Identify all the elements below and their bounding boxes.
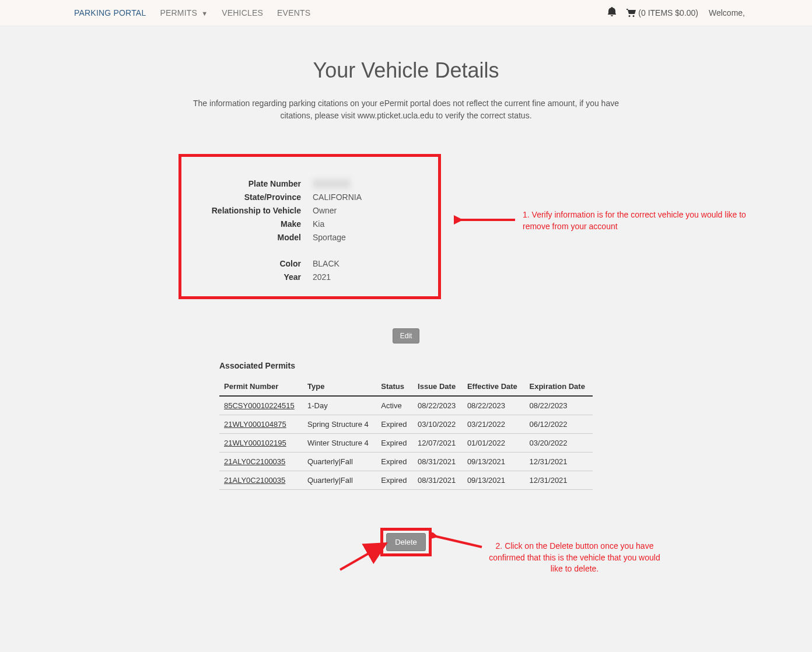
arrow-left-icon [454, 214, 518, 226]
cart-icon [626, 9, 636, 17]
permits-section: Associated Permits Permit Number Type St… [219, 361, 593, 490]
value-color: BLACK [307, 259, 340, 268]
table-row: 21WLY000104875Spring Structure 4Expired0… [219, 415, 593, 434]
th-permit-number: Permit Number [219, 378, 303, 396]
vehicle-details-box: Plate Number State/Province CALIFORNIA R… [178, 154, 441, 299]
label-plate: Plate Number [193, 179, 307, 188]
label-model: Model [193, 233, 307, 242]
permit-status: Expired [376, 415, 413, 434]
nav-permits[interactable]: PERMITS ▼ [153, 8, 215, 17]
cart-link[interactable]: (0 ITEMS $0.00) [626, 8, 698, 17]
permit-effective-date: 09/13/2021 [463, 453, 525, 471]
label-color: Color [193, 259, 307, 268]
svg-line-1 [340, 545, 384, 570]
permit-status: Expired [376, 471, 413, 490]
label-make: Make [193, 219, 307, 229]
permit-issue-date: 08/31/2021 [413, 471, 463, 490]
permit-effective-date: 03/21/2022 [463, 415, 525, 434]
table-row: 21ALY0C2100035Quarterly|FallExpired08/31… [219, 471, 593, 490]
chevron-down-icon: ▼ [201, 10, 208, 17]
row-state: State/Province CALIFORNIA [193, 192, 426, 202]
permit-issue-date: 12/07/2021 [413, 434, 463, 453]
nav-left: PARKING PORTAL PERMITS ▼ VEHICLES EVENTS [67, 8, 317, 17]
table-row: 85CSY000102245151-DayActive08/22/202308/… [219, 396, 593, 415]
welcome-text: Welcome, [709, 8, 745, 17]
permit-issue-date: 08/31/2021 [413, 453, 463, 471]
delete-button[interactable]: Delete [386, 533, 426, 551]
th-expiration-date: Expiration Date [525, 378, 593, 396]
permit-number-link[interactable]: 21WLY000102195 [219, 434, 303, 453]
page-title: Your Vehicle Details [56, 58, 756, 83]
permit-effective-date: 09/13/2021 [463, 471, 525, 490]
label-year: Year [193, 272, 307, 282]
permit-expiration-date: 06/12/2022 [525, 415, 593, 434]
cart-text: (0 ITEMS $0.00) [638, 8, 698, 17]
value-plate [307, 179, 351, 188]
label-relationship: Relationship to Vehicle [193, 206, 307, 215]
gap [193, 246, 426, 259]
permit-expiration-date: 03/20/2022 [525, 434, 593, 453]
th-effective-date: Effective Date [463, 378, 525, 396]
th-status: Status [376, 378, 413, 396]
permit-type: Quarterly|Fall [303, 453, 376, 471]
value-state: CALIFORNIA [307, 192, 362, 202]
edit-button[interactable]: Edit [393, 328, 420, 343]
annotation-step2: 2. Click on the Delete button once you h… [487, 541, 662, 575]
permit-number-link[interactable]: 21ALY0C2100035 [219, 471, 303, 490]
permit-type: Winter Structure 4 [303, 434, 376, 453]
permit-effective-date: 01/01/2022 [463, 434, 525, 453]
permit-expiration-date: 12/31/2021 [525, 453, 593, 471]
nav-right: (0 ITEMS $0.00) Welcome, [608, 7, 745, 19]
permits-table: Permit Number Type Status Issue Date Eff… [219, 378, 593, 490]
nav-vehicles[interactable]: VEHICLES [215, 8, 270, 17]
permit-number-link[interactable]: 21ALY0C2100035 [219, 453, 303, 471]
details-annotation-wrap: Plate Number State/Province CALIFORNIA R… [56, 154, 756, 299]
row-relationship: Relationship to Vehicle Owner [193, 206, 426, 215]
value-year: 2021 [307, 272, 331, 282]
permit-number-link[interactable]: 21WLY000104875 [219, 415, 303, 434]
annotation-step1: 1. Verify information is for the correct… [523, 209, 756, 232]
bell-icon[interactable] [608, 7, 616, 19]
page-subtitle: The information regarding parking citati… [190, 97, 622, 122]
nav-events[interactable]: EVENTS [270, 8, 317, 17]
arrow-upleft-icon [429, 532, 485, 550]
permit-type: 1-Day [303, 396, 376, 415]
permit-issue-date: 08/22/2023 [413, 396, 463, 415]
permits-heading: Associated Permits [219, 361, 593, 370]
nav-permits-label: PERMITS [160, 8, 197, 17]
delete-annotation-wrap: Delete 2. Click on the Delete button onc… [56, 528, 756, 580]
permit-type: Spring Structure 4 [303, 415, 376, 434]
permit-status: Expired [376, 434, 413, 453]
row-plate: Plate Number [193, 179, 426, 188]
permit-status: Expired [376, 453, 413, 471]
plate-redacted [313, 179, 351, 188]
permit-status: Active [376, 396, 413, 415]
value-relationship: Owner [307, 206, 337, 215]
navbar: PARKING PORTAL PERMITS ▼ VEHICLES EVENTS… [0, 0, 812, 26]
row-year: Year 2021 [193, 272, 426, 282]
table-row: 21WLY000102195Winter Structure 4Expired1… [219, 434, 593, 453]
permit-expiration-date: 12/31/2021 [525, 471, 593, 490]
permit-type: Quarterly|Fall [303, 471, 376, 490]
th-type: Type [303, 378, 376, 396]
permits-header-row: Permit Number Type Status Issue Date Eff… [219, 378, 593, 396]
svg-line-2 [434, 536, 482, 547]
value-make: Kia [307, 219, 324, 229]
permit-effective-date: 08/22/2023 [463, 396, 525, 415]
arrow-upright-icon [337, 541, 390, 573]
row-color: Color BLACK [193, 259, 426, 268]
permit-expiration-date: 08/22/2023 [525, 396, 593, 415]
table-row: 21ALY0C2100035Quarterly|FallExpired08/31… [219, 453, 593, 471]
row-model: Model Sportage [193, 233, 426, 242]
value-model: Sportage [307, 233, 346, 242]
permit-issue-date: 03/10/2022 [413, 415, 463, 434]
th-issue-date: Issue Date [413, 378, 463, 396]
nav-parking-portal[interactable]: PARKING PORTAL [67, 8, 153, 17]
permit-number-link[interactable]: 85CSY00010224515 [219, 396, 303, 415]
page-content: Your Vehicle Details The information reg… [56, 26, 756, 580]
label-state: State/Province [193, 192, 307, 202]
edit-button-wrap: Edit [56, 328, 756, 343]
row-make: Make Kia [193, 219, 426, 229]
